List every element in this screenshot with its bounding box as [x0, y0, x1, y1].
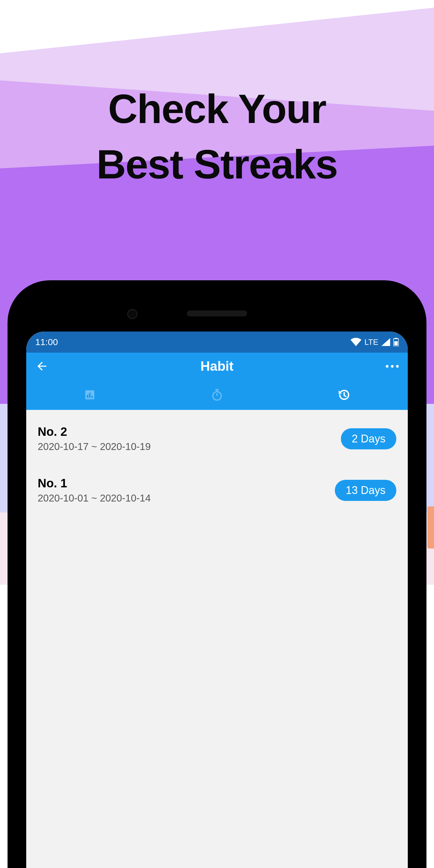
status-time: 11:00: [35, 337, 58, 347]
streak-duration-badge: 2 Days: [341, 428, 396, 450]
svg-rect-2: [394, 341, 398, 345]
stopwatch-icon: [211, 389, 223, 401]
svg-rect-4: [87, 395, 88, 398]
tab-bar: [26, 380, 408, 410]
svg-rect-6: [91, 396, 93, 398]
back-button[interactable]: [35, 360, 53, 373]
more-dots-icon: [386, 365, 389, 368]
phone-screen: 11:00 LTE Habit: [26, 332, 408, 868]
promo-canvas: Check Your Best Streaks 11:00 LTE: [0, 0, 434, 868]
promo-line-1: Check Your: [108, 86, 326, 132]
wifi-icon: [350, 338, 361, 346]
promo-line-2: Best Streaks: [96, 141, 338, 187]
status-network: LTE: [364, 338, 378, 347]
tab-history[interactable]: [281, 380, 408, 410]
history-icon: [338, 388, 351, 401]
phone-device-frame: 11:00 LTE Habit: [7, 280, 427, 868]
signal-icon: [381, 338, 390, 346]
phone-camera: [128, 310, 136, 318]
list-item[interactable]: No. 2 2020-10-17 ~ 2020-10-19 2 Days: [26, 413, 408, 464]
promo-heading: Check Your Best Streaks: [0, 82, 434, 192]
more-button[interactable]: [386, 365, 399, 368]
streak-rank: No. 2: [38, 425, 151, 438]
app-bar: Habit: [26, 352, 408, 380]
arrow-left-icon: [35, 360, 49, 373]
app-title: Habit: [26, 359, 408, 374]
streak-duration-badge: 13 Days: [335, 480, 396, 501]
phone-speaker: [187, 310, 247, 316]
bg-orange-accent: [427, 506, 434, 549]
bar-chart-icon: [84, 389, 96, 401]
battery-icon: [393, 338, 399, 346]
streak-dates: 2020-10-17 ~ 2020-10-19: [38, 441, 151, 453]
streak-dates: 2020-10-01 ~ 2020-10-14: [38, 493, 151, 504]
list-item[interactable]: No. 1 2020-10-01 ~ 2020-10-14 13 Days: [26, 464, 408, 516]
streak-info: No. 1 2020-10-01 ~ 2020-10-14: [38, 476, 151, 504]
status-bar: 11:00 LTE: [26, 332, 408, 352]
status-right: LTE: [350, 338, 399, 347]
streak-rank: No. 1: [38, 476, 151, 490]
streak-info: No. 2 2020-10-17 ~ 2020-10-19: [38, 425, 151, 453]
svg-rect-5: [89, 393, 91, 398]
tab-stats[interactable]: [26, 380, 153, 410]
svg-line-12: [344, 396, 346, 397]
streaks-list: No. 2 2020-10-17 ~ 2020-10-19 2 Days No.…: [26, 410, 408, 516]
tab-timer[interactable]: [153, 380, 281, 410]
